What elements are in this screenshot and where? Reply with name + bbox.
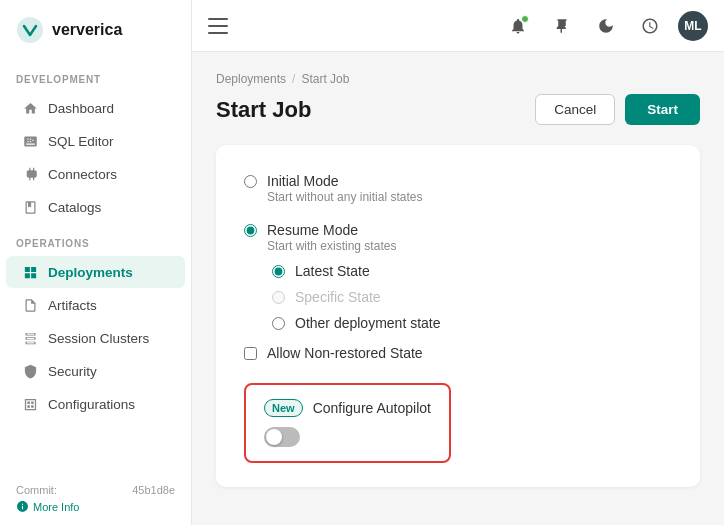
sidebar-item-dashboard[interactable]: Dashboard	[6, 92, 185, 124]
specific-state-radio[interactable]	[272, 291, 285, 304]
moon-button[interactable]	[590, 10, 622, 42]
resume-mode-sublabel: Start with existing states	[267, 239, 396, 253]
resume-mode-label[interactable]: Resume Mode	[267, 222, 396, 238]
sidebar-item-label: Security	[48, 364, 97, 379]
logo: ververica	[0, 0, 191, 60]
sidebar-item-artifacts[interactable]: Artifacts	[6, 289, 185, 321]
toggle-knob	[266, 429, 282, 445]
new-badge: New	[264, 399, 303, 417]
grid-icon	[22, 264, 38, 280]
latest-state-option: Latest State	[272, 259, 672, 283]
sidebar-item-session-clusters[interactable]: Session Clusters	[6, 322, 185, 354]
other-deployment-label[interactable]: Other deployment state	[295, 315, 441, 331]
sql-icon	[22, 133, 38, 149]
sidebar-item-sql-editor[interactable]: SQL Editor	[6, 125, 185, 157]
page-title: Start Job	[216, 97, 311, 123]
ververica-logo-icon	[16, 16, 44, 44]
shield-icon	[22, 363, 38, 379]
home-icon	[22, 100, 38, 116]
notification-button[interactable]	[502, 10, 534, 42]
cancel-button[interactable]: Cancel	[535, 94, 615, 125]
autopilot-toggle-container	[264, 427, 431, 447]
sidebar-section-operations: OPERATIONS Deployments Artifacts Session…	[0, 224, 191, 421]
sidebar-item-catalogs[interactable]: Catalogs	[6, 191, 185, 223]
more-info-label: More Info	[33, 501, 79, 513]
pin-button[interactable]	[546, 10, 578, 42]
autopilot-toggle[interactable]	[264, 427, 300, 447]
sidebar-item-label: Catalogs	[48, 200, 101, 215]
resume-mode-suboptions: Latest State Specific State Other deploy…	[272, 259, 672, 335]
topbar-right: ML	[502, 10, 708, 42]
breadcrumb: Deployments / Start Job	[216, 72, 700, 86]
sidebar: ververica DEVELOPMENT Dashboard SQL Edit…	[0, 0, 192, 525]
info-circle-icon	[16, 500, 29, 513]
settings-button[interactable]	[634, 10, 666, 42]
latest-state-label[interactable]: Latest State	[295, 263, 370, 279]
moon-icon	[597, 17, 615, 35]
table-icon	[22, 396, 38, 412]
sidebar-section-development: DEVELOPMENT Dashboard SQL Editor Connect…	[0, 60, 191, 224]
sidebar-item-label: SQL Editor	[48, 134, 114, 149]
sidebar-item-label: Session Clusters	[48, 331, 149, 346]
svg-point-0	[17, 17, 43, 43]
book-icon	[22, 199, 38, 215]
breadcrumb-separator: /	[292, 72, 295, 86]
initial-mode-option: Initial Mode Start without any initial s…	[244, 169, 672, 208]
section-label-development: DEVELOPMENT	[0, 60, 191, 91]
main-content: ML Deployments / Start Job Start Job Can…	[192, 0, 724, 525]
initial-mode-sublabel: Start without any initial states	[267, 190, 422, 204]
allow-non-restored-option: Allow Non-restored State	[244, 341, 672, 365]
specific-state-option: Specific State	[272, 285, 672, 309]
sidebar-item-configurations[interactable]: Configurations	[6, 388, 185, 420]
breadcrumb-current: Start Job	[301, 72, 349, 86]
sidebar-item-deployments[interactable]: Deployments	[6, 256, 185, 288]
more-info-link[interactable]: More Info	[16, 500, 175, 513]
pin-icon	[553, 17, 571, 35]
clock-icon	[641, 17, 659, 35]
sidebar-item-label: Artifacts	[48, 298, 97, 313]
initial-mode-label[interactable]: Initial Mode	[267, 173, 422, 189]
sidebar-item-connectors[interactable]: Connectors	[6, 158, 185, 190]
plug-icon	[22, 166, 38, 182]
topbar-left	[208, 18, 228, 34]
latest-state-radio[interactable]	[272, 265, 285, 278]
resume-mode-option: Resume Mode Start with existing states	[244, 218, 672, 257]
logo-text: ververica	[52, 21, 122, 39]
header-actions: Cancel Start	[535, 94, 700, 125]
page-header: Start Job Cancel Start	[216, 94, 700, 125]
autopilot-header: New Configure Autopilot	[264, 399, 431, 417]
server-icon	[22, 330, 38, 346]
start-button[interactable]: Start	[625, 94, 700, 125]
hamburger-menu[interactable]	[208, 18, 228, 34]
sidebar-footer: Commit: 45b1d8e More Info	[0, 472, 191, 513]
page-content: Deployments / Start Job Start Job Cancel…	[192, 52, 724, 525]
sidebar-item-label: Deployments	[48, 265, 133, 280]
specific-state-label[interactable]: Specific State	[295, 289, 381, 305]
commit-hash: 45b1d8e	[132, 484, 175, 496]
form-card: Initial Mode Start without any initial s…	[216, 145, 700, 487]
avatar[interactable]: ML	[678, 11, 708, 41]
resume-mode-radio[interactable]	[244, 224, 257, 237]
autopilot-box: New Configure Autopilot	[244, 383, 451, 463]
breadcrumb-parent[interactable]: Deployments	[216, 72, 286, 86]
initial-mode-radio[interactable]	[244, 175, 257, 188]
allow-non-restored-label[interactable]: Allow Non-restored State	[267, 345, 423, 361]
notification-dot	[521, 15, 529, 23]
section-label-operations: OPERATIONS	[0, 224, 191, 255]
topbar: ML	[192, 0, 724, 52]
file-icon	[22, 297, 38, 313]
allow-non-restored-checkbox[interactable]	[244, 347, 257, 360]
other-deployment-radio[interactable]	[272, 317, 285, 330]
sidebar-item-security[interactable]: Security	[6, 355, 185, 387]
sidebar-item-label: Connectors	[48, 167, 117, 182]
sidebar-item-label: Dashboard	[48, 101, 114, 116]
other-deployment-option: Other deployment state	[272, 311, 672, 335]
autopilot-label: Configure Autopilot	[313, 400, 431, 416]
commit-label: Commit:	[16, 484, 57, 496]
sidebar-item-label: Configurations	[48, 397, 135, 412]
